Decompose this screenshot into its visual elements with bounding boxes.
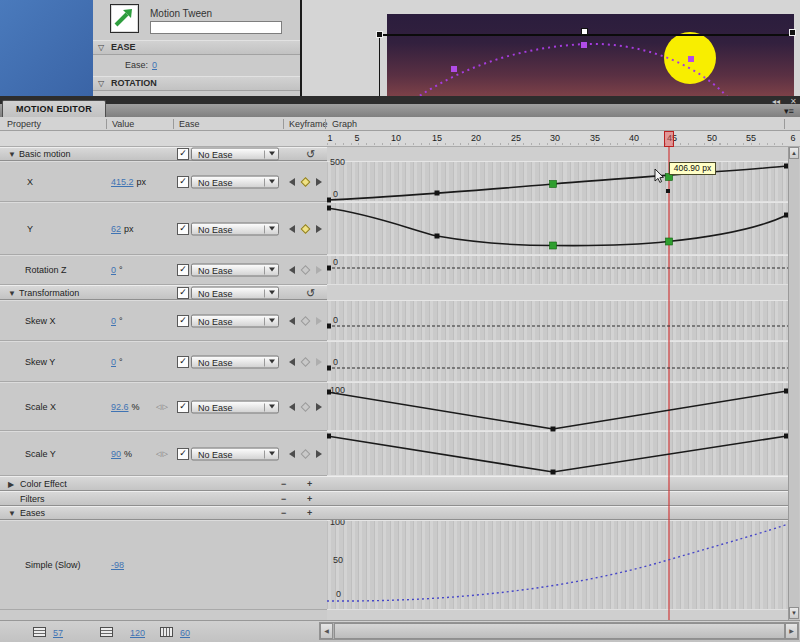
panel-menu-icon[interactable]: ▾≡ [784, 106, 794, 116]
enable-checkbox[interactable] [177, 448, 189, 460]
playhead-marker[interactable] [664, 131, 674, 147]
rotation-section-header[interactable]: ▽ ROTATION [93, 76, 300, 91]
scale-x-value-link[interactable]: 92.6 [111, 402, 129, 412]
ease-dropdown[interactable]: No Ease [191, 447, 279, 460]
add-item-icon[interactable]: + [307, 508, 312, 518]
scale-y-value-link[interactable]: 90 [111, 449, 121, 459]
keyframe-diamond-icon[interactable] [301, 402, 311, 412]
graph-size-value[interactable]: 57 [53, 628, 63, 638]
next-keyframe-icon[interactable] [316, 358, 322, 366]
next-keyframe-icon[interactable] [316, 178, 322, 186]
x-value-link[interactable]: 415.2 [111, 177, 134, 187]
enable-checkbox[interactable] [177, 287, 189, 299]
scroll-up-icon[interactable]: ▲ [789, 147, 799, 159]
keyframe-diamond-icon[interactable] [301, 449, 311, 459]
ruler-label: 25 [511, 133, 521, 143]
ease-dropdown[interactable]: No Ease [191, 355, 279, 368]
keyframe-diamond-icon[interactable] [301, 265, 311, 275]
remove-item-icon[interactable]: − [281, 508, 286, 518]
next-keyframe-icon[interactable] [316, 450, 322, 458]
enable-checkbox[interactable] [177, 401, 189, 413]
graph-size-icon[interactable] [33, 627, 46, 637]
keyframe-diamond-icon[interactable] [301, 177, 311, 187]
enable-checkbox[interactable] [177, 264, 189, 276]
graph-canvas[interactable] [327, 147, 788, 620]
horizontal-scrollbar-thumb[interactable] [334, 623, 785, 639]
row-transformation[interactable]: ▼ Transformation No Ease ↺ [0, 285, 327, 300]
collapse-triangle-icon[interactable]: ▼ [8, 288, 16, 297]
enable-checkbox[interactable] [177, 223, 189, 235]
col-ease: Ease [179, 119, 200, 129]
path-keyframe-dot [451, 66, 457, 72]
ruler-label: 10 [391, 133, 401, 143]
prev-keyframe-icon[interactable] [289, 178, 295, 186]
prev-keyframe-icon[interactable] [289, 358, 295, 366]
remove-item-icon[interactable]: − [281, 479, 286, 489]
enable-checkbox[interactable] [177, 148, 189, 160]
expanded-graph-size-icon[interactable] [100, 627, 113, 637]
prev-keyframe-icon[interactable] [289, 225, 295, 233]
scroll-left-icon[interactable]: ◀ [320, 623, 333, 639]
motion-editor-tab[interactable]: MOTION EDITOR [2, 100, 106, 118]
reset-values-icon[interactable]: ↺ [306, 286, 315, 299]
collapse-triangle-icon[interactable]: ▼ [8, 150, 16, 159]
link-xy-values-icon[interactable]: ◁▷ [156, 403, 169, 411]
reset-values-icon[interactable]: ↺ [306, 148, 315, 161]
viewable-frames-value[interactable]: 60 [180, 628, 190, 638]
ease-dropdown[interactable]: No Ease [191, 175, 279, 188]
viewable-frames-icon[interactable] [160, 627, 173, 637]
link-xy-values-icon[interactable]: ◁▷ [156, 450, 169, 458]
rotation-z-value-link[interactable]: 0 [111, 265, 116, 275]
skew-y-value-link[interactable]: 0 [111, 357, 116, 367]
simple-slow-value-link[interactable]: -98 [111, 560, 124, 570]
expanded-graph-size-value[interactable]: 120 [130, 628, 145, 638]
enable-checkbox[interactable] [177, 356, 189, 368]
keyframe-diamond-icon[interactable] [301, 357, 311, 367]
ease-value-link[interactable]: 0 [152, 60, 157, 70]
add-item-icon[interactable]: + [307, 479, 312, 489]
remove-item-icon[interactable]: − [281, 494, 286, 504]
keyframe-diamond-icon[interactable] [301, 316, 311, 326]
selection-handle-top-right[interactable] [789, 29, 796, 36]
collapse-triangle-icon[interactable]: ▼ [8, 509, 16, 518]
scroll-right-icon[interactable]: ▶ [785, 623, 798, 639]
ease-dropdown[interactable]: No Ease [191, 400, 279, 413]
row-basic-motion[interactable]: ▼ Basic motion No Ease ↺ [0, 147, 327, 161]
selection-handle-top-left[interactable] [376, 31, 383, 38]
frame-ruler[interactable]: 1 5 10 15 20 25 30 35 40 45 50 55 6 [0, 131, 800, 147]
enable-checkbox[interactable] [177, 176, 189, 188]
selection-handle-top-center[interactable] [581, 28, 588, 35]
curve-simple-slow [327, 523, 788, 601]
prev-keyframe-icon[interactable] [289, 403, 295, 411]
next-keyframe-icon[interactable] [316, 266, 322, 274]
next-keyframe-icon[interactable] [316, 317, 322, 325]
y-value-link[interactable]: 62 [111, 224, 121, 234]
ease-section-header[interactable]: ▽ EASE [93, 40, 300, 55]
prev-keyframe-icon[interactable] [289, 450, 295, 458]
keyframe-diamond-icon[interactable] [301, 224, 311, 234]
vertical-scrollbar[interactable]: ▲ ▼ [788, 147, 799, 620]
enable-checkbox[interactable] [177, 315, 189, 327]
col-value: Value [112, 119, 134, 129]
add-item-icon[interactable]: + [307, 494, 312, 504]
next-keyframe-icon[interactable] [316, 403, 322, 411]
close-panel-icon[interactable]: ✕ [790, 97, 797, 106]
collapse-panel-icon[interactable]: ◂◂ [772, 97, 780, 106]
stage[interactable] [387, 14, 794, 96]
scroll-down-icon[interactable]: ▼ [789, 607, 799, 619]
ruler-ticks [327, 143, 788, 145]
next-keyframe-icon[interactable] [316, 225, 322, 233]
ease-dropdown[interactable]: No Ease [191, 222, 279, 235]
tween-name-input[interactable] [150, 21, 282, 34]
prev-keyframe-icon[interactable] [289, 317, 295, 325]
horizontal-scrollbar[interactable]: ◀ ▶ [319, 622, 799, 640]
ease-dropdown[interactable]: No Ease [191, 314, 279, 327]
motion-editor-tab-bar [0, 104, 800, 117]
ruler-label: 30 [550, 133, 560, 143]
ease-dropdown[interactable]: No Ease [191, 286, 279, 299]
expand-triangle-icon[interactable]: ▶ [8, 479, 14, 488]
prev-keyframe-icon[interactable] [289, 266, 295, 274]
ease-dropdown[interactable]: No Ease [191, 148, 279, 161]
skew-x-value-link[interactable]: 0 [111, 316, 116, 326]
ease-dropdown[interactable]: No Ease [191, 264, 279, 277]
